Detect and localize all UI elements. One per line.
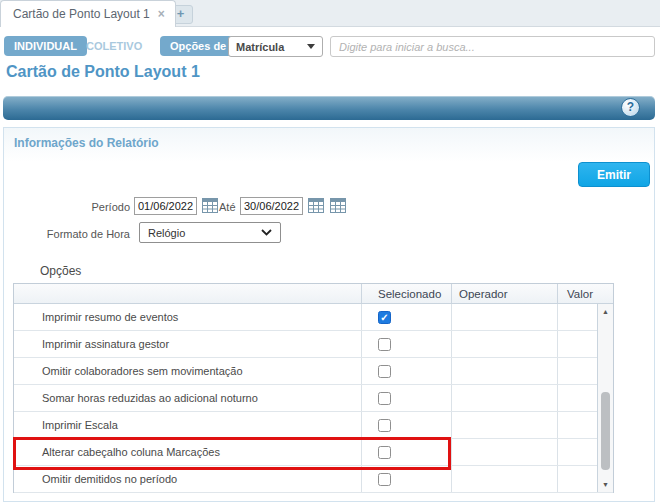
search-field-value: Matrícula (236, 41, 284, 53)
option-label: Imprimir assinatura gestor (14, 331, 361, 357)
search-field-dropdown[interactable]: Matrícula (228, 36, 323, 57)
checkbox-unchecked[interactable] (378, 392, 391, 405)
option-operator-cell (451, 466, 557, 492)
option-value-cell (557, 412, 598, 438)
scroll-down-icon[interactable]: ▼ (598, 479, 613, 490)
option-value-cell (557, 358, 598, 384)
tab-bar: Cartão de Ponto Layout 1 × + (0, 0, 660, 27)
options-table: Selecionado Operador Valor Imprimir resu… (13, 283, 614, 493)
calendar-icon[interactable] (202, 198, 218, 213)
option-label: Imprimir Escala (14, 412, 361, 438)
scroll-up-icon[interactable]: ▲ (598, 306, 613, 317)
tab-label: Cartão de Ponto Layout 1 (13, 7, 150, 21)
checkbox-checked[interactable]: ✓ (378, 311, 391, 324)
table-row[interactable]: Omitir colaboradores sem movimentação (14, 358, 613, 385)
table-row[interactable]: Imprimir resumo de eventos✓ (14, 304, 613, 331)
checkbox-unchecked[interactable] (378, 419, 391, 432)
question-mark-icon: ? (627, 100, 634, 114)
search-toolbar: INDIVIDUAL COLETIVO Opções de Busca ▼ Ma… (0, 27, 660, 63)
periodo-start-input[interactable] (134, 197, 197, 215)
section-header-bar: ? (3, 96, 655, 120)
page-title: Cartão de Ponto Layout 1 (6, 63, 200, 81)
periodo-label: Período (4, 201, 130, 213)
options-title: Opções (40, 264, 81, 278)
individual-label: INDIVIDUAL (14, 40, 77, 52)
coletivo-label: COLETIVO (86, 40, 142, 52)
calendar-icon[interactable] (308, 198, 324, 213)
header-operador: Operador (451, 284, 557, 303)
option-operator-cell (451, 439, 557, 465)
individual-tab-button[interactable]: INDIVIDUAL (4, 36, 87, 56)
option-selected-cell (361, 331, 451, 357)
checkbox-unchecked[interactable] (378, 338, 391, 351)
table-row[interactable]: Imprimir Escala (14, 412, 613, 439)
checkbox-unchecked[interactable] (378, 446, 391, 459)
checkbox-unchecked[interactable] (378, 473, 391, 486)
option-selected-cell (361, 358, 451, 384)
option-label: Somar horas reduzidas ao adicional notur… (14, 385, 361, 411)
option-value-cell (557, 385, 598, 411)
option-label: Omitir colaboradores sem movimentação (14, 358, 361, 384)
header-valor: Valor (557, 284, 598, 303)
table-row[interactable]: Somar horas reduzidas ao adicional notur… (14, 385, 613, 412)
options-table-header: Selecionado Operador Valor (14, 284, 613, 304)
option-value-cell (557, 304, 598, 330)
calendar-icon[interactable] (330, 198, 346, 213)
header-empty (14, 284, 361, 303)
table-row[interactable]: Imprimir assinatura gestor (14, 331, 613, 358)
checkbox-unchecked[interactable] (378, 365, 391, 378)
option-value-cell (557, 331, 598, 357)
periodo-end-input[interactable] (240, 197, 303, 215)
table-row[interactable]: Omitir demitidos no período (14, 466, 613, 493)
option-operator-cell (451, 304, 557, 330)
option-operator-cell (451, 412, 557, 438)
table-row[interactable]: Alterar cabeçalho coluna Marcações (14, 439, 613, 466)
option-selected-cell (361, 412, 451, 438)
report-section-title: Informações do Relatório (14, 136, 159, 150)
scrollbar-thumb[interactable] (601, 392, 610, 470)
ate-label: Até (219, 201, 239, 213)
option-selected-cell (361, 439, 451, 465)
option-label: Imprimir resumo de eventos (14, 304, 361, 330)
option-selected-cell: ✓ (361, 304, 451, 330)
report-panel: Informações do Relatório Emitir Período … (3, 127, 655, 502)
header-selecionado: Selecionado (361, 284, 451, 303)
table-scrollbar[interactable]: ▲ ▼ (597, 304, 613, 492)
coletivo-tab-button[interactable]: COLETIVO (86, 36, 142, 56)
chevron-down-icon (261, 229, 272, 236)
option-selected-cell (361, 385, 451, 411)
option-label: Alterar cabeçalho coluna Marcações (14, 439, 361, 465)
close-icon[interactable]: × (158, 7, 165, 21)
formato-hora-select[interactable]: Relógio (139, 222, 281, 243)
tab-cartao-de-ponto[interactable]: Cartão de Ponto Layout 1 × (0, 0, 176, 27)
option-label: Omitir demitidos no período (14, 466, 361, 492)
plus-icon: + (177, 6, 185, 21)
search-input[interactable] (330, 36, 655, 57)
option-selected-cell (361, 466, 451, 492)
formato-hora-value: Relógio (148, 227, 185, 239)
help-button[interactable]: ? (621, 98, 640, 117)
emit-button[interactable]: Emitir (578, 162, 650, 187)
dropdown-arrow-icon (307, 44, 315, 49)
option-operator-cell (451, 385, 557, 411)
formato-hora-label: Formato de Hora (4, 228, 130, 240)
option-value-cell (557, 439, 598, 465)
options-table-body: Imprimir resumo de eventos✓Imprimir assi… (14, 304, 613, 493)
option-operator-cell (451, 358, 557, 384)
option-value-cell (557, 466, 598, 492)
option-operator-cell (451, 331, 557, 357)
